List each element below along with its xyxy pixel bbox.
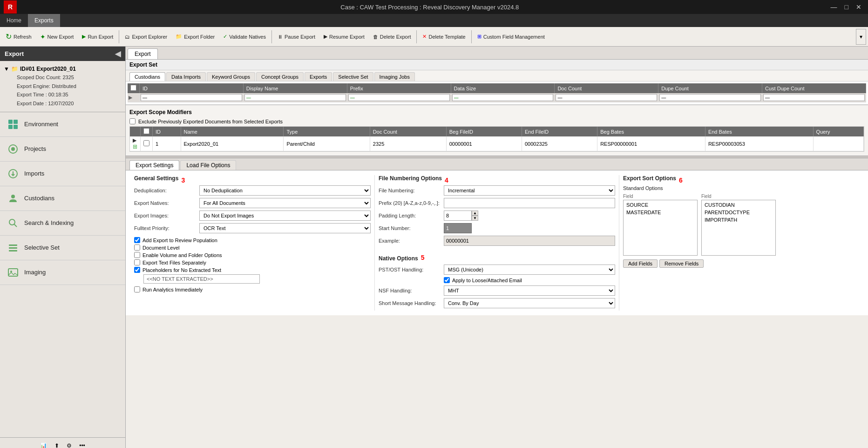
pause-export-button[interactable]: ⏸ Pause Export xyxy=(274,29,319,45)
scope-header-row: ID Name Type Doc Count Beg FileID End Fi… xyxy=(130,127,864,136)
minimize-button[interactable]: — xyxy=(828,0,840,14)
remove-fields-button[interactable]: Remove Fields xyxy=(659,259,704,268)
sidebar-bottom-settings[interactable]: ⚙ xyxy=(65,441,74,448)
enable-volume-checkbox[interactable] xyxy=(134,252,140,258)
inner-tab-imaging-jobs[interactable]: Imaging Jobs xyxy=(374,72,415,81)
filter-id[interactable] xyxy=(141,94,242,101)
environment-icon xyxy=(7,118,20,131)
sidebar-item-selective-set[interactable]: Selective Set xyxy=(0,236,125,260)
run-analytics-checkbox[interactable] xyxy=(134,286,140,292)
tree-root-node[interactable]: ▼ 📁 ID#01 Export2020_01 xyxy=(4,65,122,73)
select-all-checkbox[interactable] xyxy=(130,85,136,91)
padding-length-input[interactable] xyxy=(444,210,472,221)
pst-ost-select[interactable]: MSG (Unicode) PST xyxy=(444,265,615,275)
sidebar-item-search-indexing[interactable]: Search & Indexing xyxy=(0,211,125,236)
sidebar-bottom-more[interactable]: ••• xyxy=(77,441,87,448)
placeholders-checkbox[interactable] xyxy=(134,267,140,273)
close-button[interactable]: ✕ xyxy=(853,0,864,14)
sort-item-parentdoctype[interactable]: PARENTDOCTYPE xyxy=(703,209,774,216)
export-natives-select[interactable]: For All Documents None xyxy=(199,198,371,208)
fulltext-priority-select[interactable]: OCR Text Extracted Text xyxy=(199,223,371,233)
menu-exports[interactable]: Exports xyxy=(28,14,60,27)
tab-export[interactable]: Export xyxy=(128,48,158,59)
refresh-button[interactable]: ↻ Refresh xyxy=(2,29,35,45)
start-number-input[interactable] xyxy=(444,223,472,233)
inner-tab-custodians[interactable]: Custodians xyxy=(129,72,165,81)
filter-doc-count[interactable] xyxy=(556,94,657,101)
run-analytics-label: Run Analytics Immediately xyxy=(142,287,203,292)
add-export-checkbox[interactable] xyxy=(134,237,140,243)
maximize-button[interactable]: □ xyxy=(842,0,851,14)
tree-detail-0: Scoped Doc Count: 2325 xyxy=(17,73,122,82)
deduplication-select[interactable]: No Deduplication Global Custodian xyxy=(199,185,371,196)
export-sort-title: Export Sort Options xyxy=(623,175,676,182)
tab-export-settings[interactable]: Export Settings xyxy=(129,160,179,170)
scope-select-all[interactable] xyxy=(143,128,149,134)
sidebar-item-environment[interactable]: Environment xyxy=(0,112,125,137)
apply-loose-checkbox[interactable] xyxy=(444,277,450,283)
export-sort-col: Export Sort Options 6 Standard Options F… xyxy=(619,175,863,311)
sort-item-importpath[interactable]: IMPORTPATH xyxy=(703,216,774,224)
delete-template-button[interactable]: ✕ Delete Template xyxy=(419,29,469,45)
short-message-select[interactable]: Conv. By Day Individual xyxy=(444,298,615,308)
sidebar-item-projects[interactable]: Projects xyxy=(0,137,125,162)
sidebar-bottom-charts[interactable]: 📊 xyxy=(38,441,49,448)
nsf-handling-select[interactable]: MHT NSF xyxy=(444,285,615,296)
file-numbering-select[interactable]: Incremental Bates xyxy=(444,185,615,196)
prefix-input[interactable] xyxy=(444,198,615,208)
sort-right-list: CUSTODIAN PARENTDOCTYPE IMPORTPATH xyxy=(701,200,776,256)
inner-tab-data-imports[interactable]: Data Imports xyxy=(166,72,206,81)
resume-export-button[interactable]: ▶ Resume Export xyxy=(320,29,368,45)
filter-dupe-count[interactable] xyxy=(659,94,761,101)
annotation-4: 4 xyxy=(445,176,448,184)
inner-tab-exports[interactable]: Exports xyxy=(305,72,332,81)
export-text-checkbox[interactable] xyxy=(134,259,140,265)
exclude-checkbox[interactable] xyxy=(129,118,136,124)
imports-icon xyxy=(7,167,20,180)
filter-data-size[interactable] xyxy=(452,94,554,101)
scope-row-query xyxy=(813,136,863,151)
sort-item-custodian[interactable]: CUSTODIAN xyxy=(703,201,774,209)
filter-prefix[interactable] xyxy=(348,94,450,101)
sort-item-source[interactable]: SOURCE xyxy=(624,201,696,209)
col-header-dupe-count: Dupe Count xyxy=(658,83,762,93)
menu-home[interactable]: Home xyxy=(0,14,28,27)
toolbar: ↻ Refresh ✦ New Export ▶ Run Export 🗂 Ex… xyxy=(0,27,868,47)
sidebar-item-imports[interactable]: Imports xyxy=(0,162,125,186)
scope-row-expand[interactable]: ▶ ⊞ xyxy=(130,136,141,151)
run-export-icon: ▶ xyxy=(82,34,86,40)
filter-cust-dupe-count[interactable] xyxy=(763,94,865,101)
delete-export-button[interactable]: 🗑 Delete Export xyxy=(369,29,415,45)
sidebar-item-imaging[interactable]: Imaging xyxy=(0,260,125,285)
sidebar-collapse-button[interactable]: ◀ xyxy=(115,49,121,58)
run-export-button[interactable]: ▶ Run Export xyxy=(78,29,117,45)
validate-natives-button[interactable]: ✓ Validate Natives xyxy=(219,29,270,45)
fulltext-priority-row: Fulltext Priority: OCR Text Extracted Te… xyxy=(134,223,371,233)
window-title: Case : CAW Test Processing : Reveal Disc… xyxy=(32,4,828,11)
export-images-select[interactable]: Do Not Export Images Single Page xyxy=(199,210,371,221)
sidebar-item-custodians[interactable]: Custodians xyxy=(0,186,125,211)
sidebar-bottom-upload[interactable]: ⬆ xyxy=(53,441,61,448)
scope-row-checkbox[interactable] xyxy=(143,140,149,146)
resume-label: Resume Export xyxy=(329,34,365,40)
filter-display-name[interactable] xyxy=(244,94,346,101)
inner-tab-keyword-groups[interactable]: Keyword Groups xyxy=(207,72,255,81)
svg-rect-3 xyxy=(14,125,18,129)
add-fields-button[interactable]: Add Fields xyxy=(623,259,658,268)
padding-length-up[interactable]: ▲ xyxy=(472,210,478,216)
export-folder-button[interactable]: 📁 Export Folder xyxy=(172,29,218,45)
custom-field-mgmt-button[interactable]: ⊞ Custom Field Management xyxy=(474,29,549,45)
export-explorer-button[interactable]: 🗂 Export Explorer xyxy=(121,29,171,45)
inner-tab-selective-set[interactable]: Selective Set xyxy=(333,72,373,81)
doc-level-checkbox[interactable] xyxy=(134,244,140,251)
padding-length-down[interactable]: ▼ xyxy=(472,216,478,221)
inner-tab-concept-groups[interactable]: Concept Groups xyxy=(256,72,304,81)
scope-modifiers-title: Export Scope Modifiers xyxy=(129,109,864,115)
new-export-button[interactable]: ✦ New Export xyxy=(36,29,78,45)
window-controls[interactable]: — □ ✕ xyxy=(828,0,864,14)
tab-load-file-options[interactable]: Load File Options xyxy=(180,160,236,170)
svg-point-5 xyxy=(11,147,15,151)
sort-item-masterdate[interactable]: MASTERDATE xyxy=(624,209,696,216)
projects-icon xyxy=(7,143,20,156)
toolbar-overflow-button[interactable]: ▾ xyxy=(856,29,866,45)
